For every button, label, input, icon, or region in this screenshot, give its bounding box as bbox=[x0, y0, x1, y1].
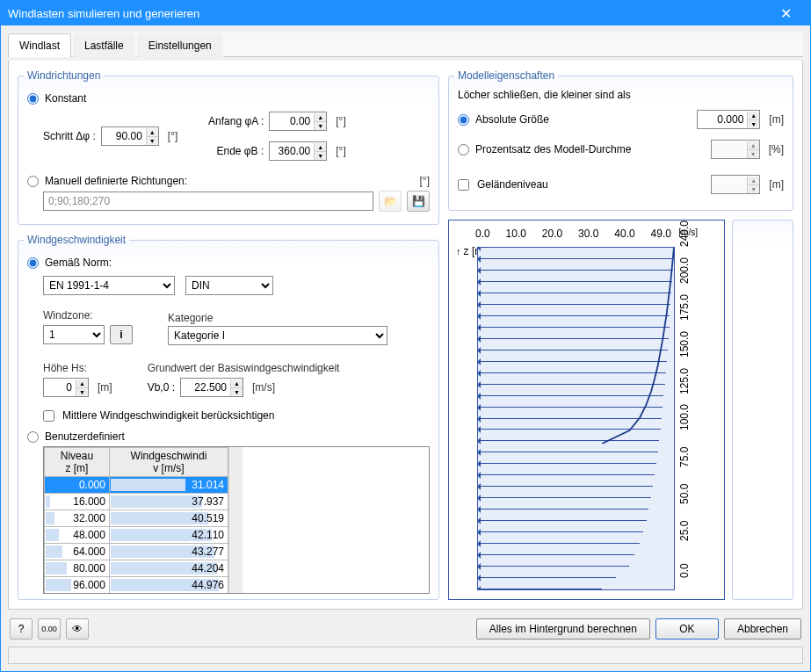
table-toolbar: 📂 💾 📊 📥 ▦ 🖩 bbox=[43, 599, 430, 600]
radio-abs[interactable] bbox=[458, 114, 469, 126]
cell-z: 16.000 bbox=[45, 494, 110, 510]
window-title: Windlasten simulieren und generieren bbox=[8, 7, 199, 20]
select-annex[interactable]: DIN bbox=[185, 276, 273, 295]
button-cancel[interactable]: Abbrechen bbox=[724, 618, 801, 639]
save-icon[interactable]: 💾 bbox=[407, 191, 430, 212]
data-table: Niveauz [m] Windgeschwindiv [m/s] 0.0003… bbox=[43, 446, 430, 594]
dialog-window: Windlasten simulieren und generieren ✕ W… bbox=[0, 0, 811, 672]
label-vb0: Vb,0 : bbox=[148, 381, 175, 394]
cell-z: 32.000 bbox=[45, 510, 110, 527]
radio-pct[interactable] bbox=[458, 144, 469, 155]
input-vb[interactable] bbox=[181, 379, 230, 395]
input-pct[interactable] bbox=[712, 141, 747, 157]
input-terrain[interactable] bbox=[712, 177, 747, 192]
select-norm[interactable]: EN 1991-1-4 bbox=[43, 276, 175, 295]
label-terrain: Geländeniveau bbox=[477, 178, 548, 191]
table-row[interactable]: 32.00040.519 bbox=[45, 510, 228, 527]
cell-v: 44.976 bbox=[109, 577, 228, 594]
chart-area bbox=[477, 247, 675, 590]
cell-v: 44.204 bbox=[109, 560, 228, 577]
input-anfang[interactable] bbox=[270, 113, 314, 129]
radio-norm[interactable] bbox=[27, 257, 39, 269]
check-mean[interactable] bbox=[43, 410, 54, 422]
excel-import-icon[interactable]: 📥 bbox=[122, 599, 145, 600]
spin-anfang[interactable]: ▲▼ bbox=[269, 112, 327, 131]
close-icon[interactable]: ✕ bbox=[768, 5, 803, 22]
input-hoehe[interactable] bbox=[44, 379, 76, 395]
spin-ende[interactable]: ▲▼ bbox=[269, 141, 327, 161]
cell-z: 96.000 bbox=[45, 577, 110, 594]
tab-lastfaelle[interactable]: Lastfälle bbox=[73, 33, 135, 57]
col-v: Windgeschwindiv [m/s] bbox=[109, 448, 228, 477]
client-area: Windlast Lastfälle Einstellungen Windric… bbox=[1, 25, 810, 671]
tab-content: Windrichtungen Konstant Schritt Δφ : ▲▼ bbox=[8, 61, 803, 610]
spin-abs[interactable]: ▲▼ bbox=[697, 110, 760, 129]
input-manuell[interactable] bbox=[43, 191, 373, 211]
radio-user[interactable] bbox=[27, 431, 39, 443]
calculator-icon[interactable]: 🖩 bbox=[175, 599, 198, 600]
tab-einstellungen[interactable]: Einstellungen bbox=[137, 33, 223, 57]
select-windzone[interactable]: 1 bbox=[43, 325, 105, 344]
group-windrichtungen: Windrichtungen Konstant Schritt Δφ : ▲▼ bbox=[18, 69, 439, 225]
input-schritt[interactable] bbox=[102, 128, 146, 144]
radio-manuell[interactable] bbox=[27, 176, 39, 187]
check-terrain[interactable] bbox=[458, 179, 469, 191]
titlebar: Windlasten simulieren und generieren ✕ bbox=[1, 1, 810, 25]
group-modell: Modelleigenschaften Löcher schließen, di… bbox=[448, 69, 793, 211]
button-ok[interactable]: OK bbox=[655, 618, 719, 639]
table-row[interactable]: 48.00042.110 bbox=[45, 527, 228, 544]
table-row[interactable]: 0.00031.014 bbox=[45, 477, 228, 494]
cell-v: 42.110 bbox=[109, 527, 228, 544]
chart-sidebar bbox=[732, 220, 793, 600]
label-manuell: Manuell definierte Richtungen: bbox=[45, 175, 187, 187]
label-mean: Mittlere Windgeschwindigkeit berücksicht… bbox=[62, 409, 274, 422]
input-abs[interactable] bbox=[698, 112, 747, 127]
cell-v: 43.277 bbox=[109, 544, 228, 560]
disk-save-icon[interactable]: 💾 bbox=[69, 599, 92, 600]
table-profile: Niveauz [m] Windgeschwindiv [m/s] 0.0003… bbox=[44, 447, 228, 593]
label-kategorie: Kategorie bbox=[168, 312, 430, 324]
units-icon[interactable]: 0.00 bbox=[38, 618, 61, 639]
table-row[interactable]: 64.00043.277 bbox=[45, 544, 228, 560]
cell-v: 40.519 bbox=[109, 510, 228, 527]
col-z: Niveauz [m] bbox=[45, 448, 110, 477]
help-icon[interactable]: ? bbox=[10, 618, 33, 639]
cell-v: 31.014 bbox=[109, 477, 228, 494]
right-column: Modelleigenschaften Löcher schließen, di… bbox=[448, 69, 793, 600]
columns-icon[interactable]: ▦ bbox=[148, 599, 171, 600]
table-row[interactable]: 80.00044.204 bbox=[45, 560, 228, 577]
table-row[interactable]: 96.00044.976 bbox=[45, 577, 228, 594]
legend-windrichtungen: Windrichtungen bbox=[24, 69, 104, 82]
label-vb: Grundwert der Basiswindgeschwindigkeit bbox=[148, 362, 340, 374]
spin-terrain[interactable]: ▲▼ bbox=[711, 175, 760, 194]
cell-z: 0.000 bbox=[45, 477, 110, 494]
select-kategorie[interactable]: Kategorie I bbox=[168, 326, 387, 345]
table-row[interactable]: 16.00037.937 bbox=[45, 494, 228, 510]
footer-bar: ? 0.00 👁 Alles im Hintergrund berechnen … bbox=[8, 613, 803, 641]
open-icon[interactable]: 📂 bbox=[379, 191, 402, 212]
group-windgeschwindigkeit: Windgeschwindigkeit Gemäß Norm: EN 1991-… bbox=[18, 234, 439, 600]
spin-vb[interactable]: ▲▼ bbox=[180, 378, 243, 397]
eye-icon[interactable]: 👁 bbox=[66, 618, 89, 639]
button-calc-bg[interactable]: Alles im Hintergrund berechnen bbox=[476, 618, 650, 639]
status-bar bbox=[8, 647, 803, 664]
legend-windgeschw: Windgeschwindigkeit bbox=[24, 234, 129, 246]
spin-arrows[interactable]: ▲▼ bbox=[146, 128, 158, 145]
cell-z: 64.000 bbox=[45, 544, 110, 560]
input-ende[interactable] bbox=[270, 143, 314, 159]
label-schritt: Schritt Δφ : bbox=[43, 130, 96, 142]
spin-pct[interactable]: ▲▼ bbox=[711, 140, 760, 159]
excel-export-icon[interactable]: 📊 bbox=[96, 599, 119, 600]
tab-windlast[interactable]: Windlast bbox=[8, 33, 71, 57]
label-pct: Prozentsatz des Modell-Durchme bbox=[475, 143, 631, 155]
spin-schritt[interactable]: ▲▼ bbox=[101, 126, 159, 146]
folder-open-icon[interactable]: 📂 bbox=[43, 599, 66, 600]
label-holes: Löcher schließen, die kleiner sind als bbox=[458, 89, 784, 101]
cell-z: 80.000 bbox=[45, 560, 110, 577]
table-scrollbar[interactable] bbox=[228, 447, 243, 593]
info-icon[interactable]: i bbox=[110, 325, 133, 344]
radio-konstant[interactable] bbox=[27, 93, 39, 105]
label-anfang: Anfang φA : bbox=[195, 115, 264, 127]
unit-deg1: [°] bbox=[168, 130, 177, 142]
spin-hoehe[interactable]: ▲▼ bbox=[43, 378, 89, 397]
